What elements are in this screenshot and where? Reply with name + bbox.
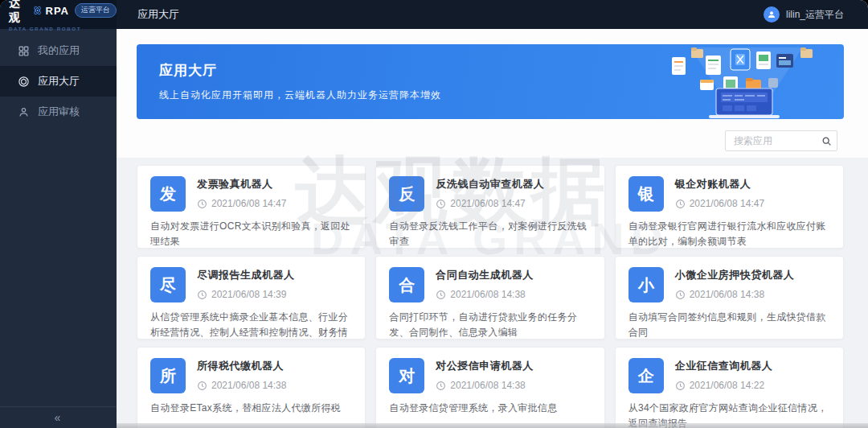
app-time-row: 2021/06/08 14:39: [197, 289, 295, 300]
app-initial-icon: 尽: [150, 267, 186, 302]
app-timestamp: 2021/06/08 14:47: [690, 198, 764, 209]
app-time-row: 2021/06/08 14:38: [436, 380, 534, 391]
app-card-head: 小 小微企业房押快贷机器人 2021/06/08 14:38: [628, 267, 830, 302]
app-initial-icon: 反: [389, 176, 424, 212]
app-timestamp: 2021/06/08 14:47: [211, 198, 286, 209]
app-card[interactable]: 发 发票验真机器人 2021/06/08 14:47 自动对发票进行OCR文本识…: [137, 165, 366, 249]
app-description: 自动对发票进行OCR文本识别和验真，返回处理结果: [150, 219, 352, 249]
app-card-meta: 小微企业房押快贷机器人 2021/06/08 14:38: [675, 267, 795, 302]
app-time-row: 2021/06/08 14:47: [436, 198, 544, 209]
hall-icon: [18, 76, 30, 88]
clock-icon: [197, 381, 207, 391]
magnifier-icon[interactable]: [816, 131, 837, 150]
app-card[interactable]: 小 小微企业房押快贷机器人 2021/06/08 14:38 自动填写合同签约信…: [615, 256, 844, 340]
app-timestamp: 2021/06/08 14:38: [450, 380, 525, 391]
app-card-head: 对 对公授信申请机器人 2021/06/08 14:38: [389, 358, 591, 393]
app-window: 达观 RPA 运营平台 DATA GRAND ROBOT 应用大厅 lilin_…: [0, 0, 868, 428]
card-grid: 发 发票验真机器人 2021/06/08 14:47 自动对发票进行OCR文本识…: [137, 165, 844, 428]
sidebar-item-my-apps[interactable]: 我的应用: [0, 35, 117, 66]
banner-illustration: [654, 44, 839, 119]
clock-icon: [197, 199, 207, 209]
app-description: 自动登录反洗钱工作平台，对案例进行反洗钱审查: [389, 219, 591, 249]
app-description: 从信贷管理系统中摘录企业基本信息、行业分析经营情况、控制人经营和控制情况、财务情…: [150, 310, 352, 340]
app-title: 所得税代缴机器人: [197, 359, 286, 373]
app-card-meta: 银企对账机器人 2021/06/08 14:47: [675, 176, 764, 212]
app-timestamp: 2021/06/08 14:38: [211, 380, 286, 391]
sidebar-collapse-button[interactable]: «: [0, 406, 117, 428]
sidebar-item-label: 我的应用: [38, 43, 80, 58]
app-initial-icon: 小: [628, 267, 664, 302]
search-box: [725, 130, 837, 151]
app-time-row: 2021/06/08 14:47: [197, 198, 286, 209]
collapse-chevrons-icon: «: [55, 411, 63, 424]
app-card-meta: 发票验真机器人 2021/06/08 14:47: [197, 176, 286, 212]
app-initial-icon: 合: [389, 267, 424, 302]
logo-text-en: RPA: [46, 5, 69, 17]
app-timestamp: 2021/06/08 14:47: [450, 198, 525, 209]
app-title: 反洗钱自动审查机器人: [436, 177, 544, 191]
app-card-head: 所 所得税代缴机器人 2021/06/08 14:38: [150, 358, 352, 393]
app-description: 合同打印环节，自动进行贷款业务的任务分发、合同制作、信息录入编辑: [389, 310, 591, 340]
app-initial-icon: 所: [150, 358, 186, 393]
app-card[interactable]: 企 企业征信查询机器人 2021/06/08 14:22 从34个国家政府官方网…: [615, 347, 844, 428]
app-timestamp: 2021/06/08 14:22: [690, 380, 764, 391]
sidebar-item-app-audit[interactable]: 应用审核: [0, 97, 117, 127]
app-title: 企业征信查询机器人: [675, 359, 773, 373]
audit-user-icon: [18, 106, 30, 118]
app-card-meta: 企业征信查询机器人 2021/06/08 14:22: [675, 358, 773, 393]
app-card[interactable]: 合 合同自动生成机器人 2021/06/08 14:38 合同打印环节，自动进行…: [375, 256, 604, 340]
app-initial-icon: 发: [150, 176, 186, 212]
app-time-row: 2021/06/08 14:38: [197, 380, 286, 391]
app-initial-icon: 银: [628, 176, 664, 212]
clock-icon: [436, 290, 446, 300]
app-description: 自动填写合同签约信息和规则，生成快贷借款合同: [628, 310, 830, 340]
app-time-row: 2021/06/08 14:38: [436, 289, 534, 300]
app-title: 发票验真机器人: [197, 177, 286, 191]
sidebar: 我的应用 应用大厅 应用审核 «: [0, 29, 117, 428]
atom-icon: [32, 5, 43, 16]
brand-logo: 达观 RPA 运营平台 DATA GRAND ROBOT: [0, 0, 117, 29]
app-card[interactable]: 银 银企对账机器人 2021/06/08 14:47 自动登录银行官网进行银行流…: [615, 165, 844, 249]
app-card[interactable]: 对 对公授信申请机器人 2021/06/08 14:38 自动登录信贷管理系统，…: [375, 347, 604, 428]
user-name: lilin_运营平台: [786, 8, 844, 22]
app-card-head: 发 发票验真机器人 2021/06/08 14:47: [150, 176, 352, 212]
logo-text-cn: 达观: [9, 0, 31, 25]
app-description: 自动登录银行官网进行银行流水和应收应付账单的比对，编制余额调节表: [628, 219, 830, 249]
app-card[interactable]: 尽 尽调报告生成机器人 2021/06/08 14:39 从信贷管理系统中摘录企…: [137, 256, 366, 340]
sidebar-item-app-hall[interactable]: 应用大厅: [0, 66, 117, 97]
sidebar-item-label: 应用审核: [38, 105, 80, 119]
search-input[interactable]: [726, 135, 816, 146]
app-card-head: 尽 尽调报告生成机器人 2021/06/08 14:39: [150, 267, 352, 302]
logo-subtitle: DATA GRAND ROBOT: [9, 27, 93, 32]
clock-icon: [436, 199, 446, 209]
clock-icon: [675, 199, 686, 209]
app-timestamp: 2021/06/08 14:38: [450, 289, 525, 300]
app-time-row: 2021/06/08 14:22: [675, 380, 773, 391]
app-timestamp: 2021/06/08 14:38: [690, 289, 764, 300]
app-card-meta: 所得税代缴机器人 2021/06/08 14:38: [197, 358, 286, 393]
app-title: 合同自动生成机器人: [436, 268, 534, 282]
sidebar-item-label: 应用大厅: [38, 74, 80, 88]
tab-app-hall[interactable]: 应用大厅: [137, 0, 179, 29]
app-card-meta: 对公授信申请机器人 2021/06/08 14:38: [436, 358, 534, 393]
platform-badge: 运营平台: [75, 3, 117, 18]
app-card-meta: 反洗钱自动审查机器人 2021/06/08 14:47: [436, 176, 544, 212]
app-card[interactable]: 所 所得税代缴机器人 2021/06/08 14:38 自动登录ETax系统，替…: [137, 347, 366, 428]
app-title: 尽调报告生成机器人: [197, 268, 295, 282]
app-card-meta: 尽调报告生成机器人 2021/06/08 14:39: [197, 267, 295, 302]
sidebar-menu: 我的应用 应用大厅 应用审核: [0, 35, 117, 127]
app-card-meta: 合同自动生成机器人 2021/06/08 14:38: [436, 267, 534, 302]
grid-icon: [18, 45, 30, 57]
hero-banner: 应用大厅 线上自动化应用开箱即用，云端机器人助力业务运营降本增效: [137, 44, 844, 119]
app-card[interactable]: 反 反洗钱自动审查机器人 2021/06/08 14:47 自动登录反洗钱工作平…: [375, 165, 604, 249]
clock-icon: [675, 290, 686, 300]
user-menu[interactable]: lilin_运营平台: [764, 0, 844, 29]
app-title: 小微企业房押快贷机器人: [675, 268, 795, 282]
clock-icon: [197, 290, 207, 300]
app-card-head: 银 银企对账机器人 2021/06/08 14:47: [628, 176, 830, 212]
app-time-row: 2021/06/08 14:38: [675, 289, 795, 300]
clock-icon: [675, 381, 686, 391]
app-initial-icon: 对: [389, 358, 424, 393]
app-card-head: 企 企业征信查询机器人 2021/06/08 14:22: [628, 358, 830, 393]
app-time-row: 2021/06/08 14:47: [675, 198, 764, 209]
